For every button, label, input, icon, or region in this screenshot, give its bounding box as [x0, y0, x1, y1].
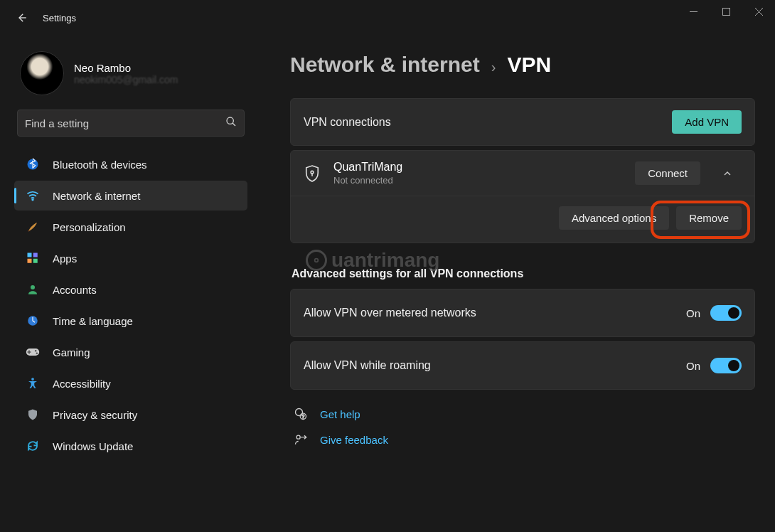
link-label: Give feedback — [320, 434, 388, 446]
brush-icon — [26, 220, 40, 234]
footer-links: ? Get help Give feedback — [290, 407, 755, 447]
remove-button[interactable]: Remove — [676, 206, 742, 230]
update-icon — [26, 439, 40, 453]
search-icon — [225, 116, 237, 130]
svg-point-13 — [31, 378, 34, 381]
back-button[interactable] — [6, 2, 37, 33]
svg-point-11 — [35, 350, 37, 352]
avatar — [20, 51, 64, 95]
toggle-label: Allow VPN while roaming — [304, 359, 686, 372]
svg-point-18 — [296, 435, 300, 439]
svg-rect-4 — [28, 253, 32, 257]
close-button[interactable] — [742, 0, 775, 23]
sidebar-item-time-language[interactable]: Time & language — [14, 306, 247, 336]
svg-point-3 — [32, 199, 33, 201]
toggle-card-roaming: Allow VPN while roaming On — [290, 341, 755, 390]
svg-point-1 — [227, 117, 233, 124]
window-controls — [677, 0, 775, 23]
svg-rect-6 — [28, 259, 32, 263]
advanced-options-button[interactable]: Advanced options — [559, 206, 669, 230]
vpn-connections-label: VPN connections — [304, 116, 672, 129]
toggle-label: Allow VPN over metered networks — [304, 307, 686, 319]
accessibility-icon — [26, 376, 40, 390]
sidebar-item-label: Bluetooth & devices — [53, 159, 147, 171]
sidebar-item-label: Personalization — [53, 221, 126, 233]
sidebar-item-label: Privacy & security — [53, 409, 137, 421]
person-icon — [26, 282, 40, 297]
sidebar-item-privacy[interactable]: Privacy & security — [14, 400, 247, 430]
sidebar-item-accounts[interactable]: Accounts — [14, 275, 247, 304]
vpn-name: QuanTriMang — [333, 161, 622, 174]
breadcrumb: Network & internet › VPN — [290, 53, 755, 77]
svg-point-14 — [311, 171, 314, 174]
shield-icon — [26, 408, 40, 422]
svg-point-8 — [31, 285, 35, 289]
sidebar-item-label: Accounts — [53, 284, 97, 296]
maximize-button[interactable] — [710, 0, 742, 23]
toggle-switch-roaming[interactable] — [710, 358, 742, 373]
toggle-state: On — [686, 307, 700, 319]
breadcrumb-parent[interactable]: Network & internet — [290, 53, 480, 77]
wifi-icon — [26, 188, 40, 203]
svg-text:?: ? — [301, 414, 304, 419]
vpn-status: Not connected — [333, 175, 622, 186]
apps-icon — [26, 251, 40, 265]
sidebar-item-network[interactable]: Network & internet — [14, 181, 247, 211]
bluetooth-icon — [26, 157, 40, 171]
back-arrow-icon — [15, 11, 28, 24]
vpn-shield-icon — [304, 164, 321, 183]
chevron-right-icon: › — [491, 59, 496, 75]
titlebar: Settings — [0, 0, 775, 36]
gamepad-icon — [26, 345, 40, 359]
svg-rect-7 — [33, 259, 38, 263]
window-title: Settings — [43, 13, 76, 23]
sidebar-item-accessibility[interactable]: Accessibility — [14, 368, 247, 398]
get-help-link[interactable]: ? Get help — [293, 407, 755, 421]
link-label: Get help — [320, 408, 360, 420]
vpn-connection-actions: Advanced options Remove — [291, 196, 754, 243]
watermark-text: uantrimang — [331, 249, 439, 272]
breadcrumb-current: VPN — [507, 53, 551, 77]
profile-email: neokim005@gmail.com — [74, 74, 178, 85]
svg-rect-5 — [33, 253, 38, 257]
sidebar-item-personalization[interactable]: Personalization — [14, 212, 247, 242]
toggle-state: On — [686, 360, 700, 372]
search-input[interactable] — [25, 117, 225, 129]
sidebar-item-label: Apps — [53, 252, 77, 265]
svg-rect-0 — [722, 8, 729, 15]
svg-point-12 — [36, 352, 38, 354]
help-icon: ? — [293, 407, 309, 421]
sidebar-item-label: Network & internet — [53, 190, 140, 202]
profile-name: Neo Rambo — [74, 62, 178, 74]
sidebar-item-label: Time & language — [53, 315, 133, 327]
watermark-logo-icon — [306, 250, 327, 271]
sidebar-item-label: Gaming — [53, 346, 90, 358]
give-feedback-link[interactable]: Give feedback — [293, 432, 755, 447]
sidebar: Neo Rambo neokim005@gmail.com Bluetooth … — [0, 36, 256, 532]
toggle-card-metered: Allow VPN over metered networks On — [290, 289, 755, 337]
feedback-icon — [293, 432, 309, 447]
watermark: uantrimang — [306, 249, 439, 272]
add-vpn-button[interactable]: Add VPN — [672, 110, 742, 134]
chevron-up-icon[interactable] — [713, 168, 742, 179]
minimize-button[interactable] — [677, 0, 710, 23]
toggle-switch-metered[interactable] — [710, 305, 742, 321]
sidebar-item-apps[interactable]: Apps — [14, 243, 247, 273]
sidebar-item-label: Windows Update — [53, 440, 133, 452]
main-content: Network & internet › VPN VPN connections… — [270, 36, 775, 532]
sidebar-item-update[interactable]: Windows Update — [14, 431, 247, 461]
sidebar-nav: Bluetooth & devices Network & internet P… — [14, 149, 247, 461]
vpn-connections-header-card: VPN connections Add VPN — [290, 98, 755, 146]
vpn-connection-card: QuanTriMang Not connected Connect Advanc… — [290, 150, 755, 243]
sidebar-item-label: Accessibility — [53, 378, 111, 390]
profile-block[interactable]: Neo Rambo neokim005@gmail.com — [14, 41, 247, 110]
connect-button[interactable]: Connect — [635, 161, 700, 185]
vpn-connection-header[interactable]: QuanTriMang Not connected Connect — [291, 151, 754, 196]
search-box[interactable] — [17, 110, 245, 137]
sidebar-item-bluetooth[interactable]: Bluetooth & devices — [14, 149, 247, 179]
globe-clock-icon — [26, 314, 40, 328]
sidebar-item-gaming[interactable]: Gaming — [14, 337, 247, 367]
svg-point-19 — [315, 259, 319, 262]
